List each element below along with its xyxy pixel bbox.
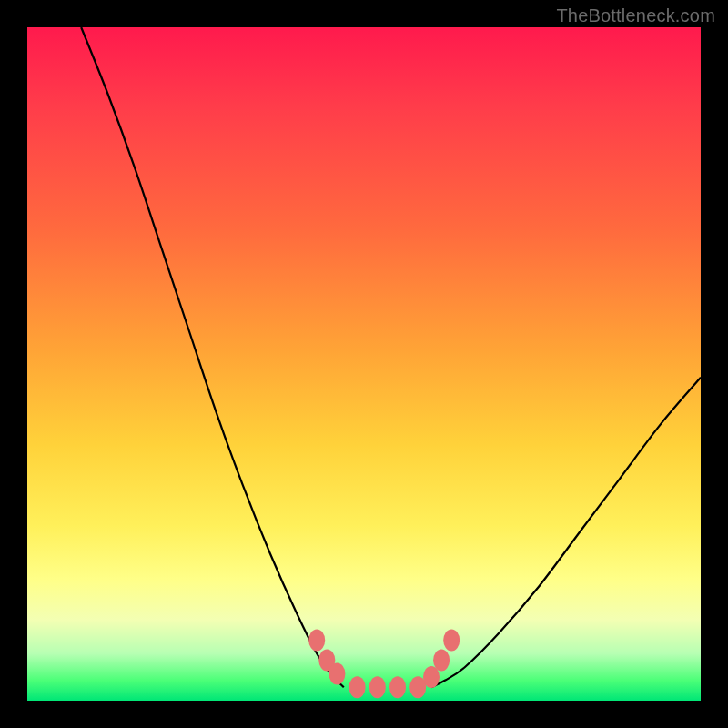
chart-svg: [27, 27, 701, 701]
marker-node: [389, 676, 406, 698]
marker-node: [443, 629, 460, 651]
left-curve: [81, 27, 344, 687]
chart-frame: TheBottleneck.com: [0, 0, 728, 728]
marker-node: [349, 676, 366, 698]
right-curve: [431, 378, 701, 687]
marker-node: [329, 662, 345, 684]
bottom-markers: [308, 629, 460, 698]
marker-node: [433, 650, 450, 672]
marker-node: [308, 629, 325, 651]
marker-node: [369, 676, 386, 698]
watermark-text: TheBottleneck.com: [556, 5, 715, 26]
plot-area: [27, 27, 701, 701]
